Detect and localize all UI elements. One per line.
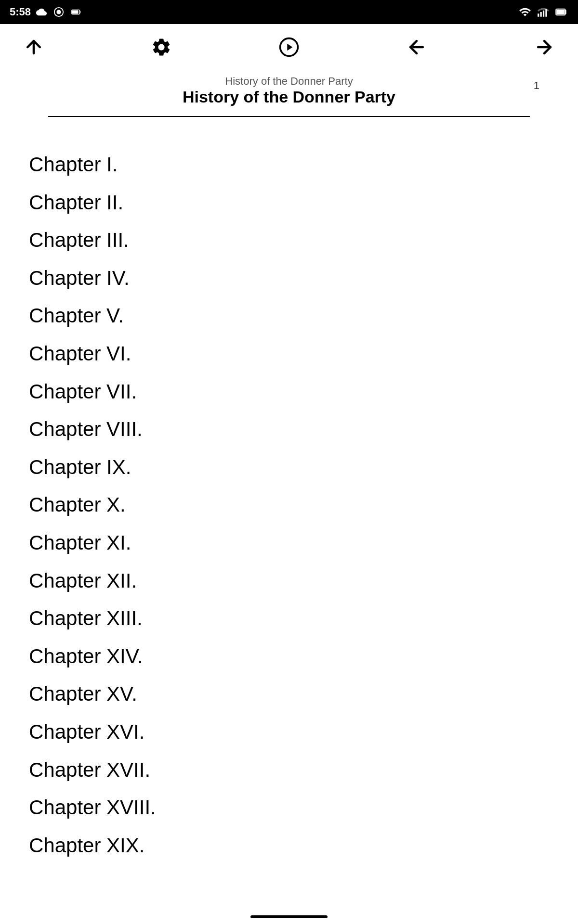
chapter-item[interactable]: Chapter XII. [29, 562, 549, 600]
battery-full-icon [555, 5, 568, 19]
title-main: History of the Donner Party [67, 88, 511, 106]
title-subtitle: History of the Donner Party [67, 75, 511, 88]
title-area: History of the Donner Party History of t… [48, 70, 530, 117]
settings-button[interactable] [147, 33, 176, 62]
chapter-item[interactable]: Chapter XIX. [29, 827, 549, 865]
chapter-item[interactable]: Chapter XVIII. [29, 789, 549, 827]
status-right [518, 5, 568, 19]
chapter-item[interactable]: Chapter XI. [29, 524, 549, 562]
chapter-item[interactable]: Chapter VI. [29, 335, 549, 373]
nav-bar [0, 24, 578, 70]
chapter-item[interactable]: Chapter XVI. [29, 713, 549, 751]
chapter-item[interactable]: Chapter XV. [29, 675, 549, 713]
status-bar: 5:58 [0, 0, 578, 24]
play-button[interactable] [275, 33, 303, 62]
svg-rect-9 [556, 10, 565, 15]
svg-rect-4 [538, 13, 539, 17]
home-indicator [250, 915, 328, 918]
chapter-item[interactable]: Chapter IV. [29, 259, 549, 297]
circle-icon [52, 5, 66, 19]
chapter-item[interactable]: Chapter III. [29, 221, 549, 259]
scroll-up-button[interactable] [19, 33, 48, 62]
chapter-item[interactable]: Chapter VIII. [29, 411, 549, 449]
chapter-item[interactable]: Chapter X. [29, 486, 549, 524]
cloud-icon [35, 5, 48, 19]
chapter-item[interactable]: Chapter II. [29, 184, 549, 222]
chapter-item[interactable]: Chapter VII. [29, 373, 549, 411]
svg-rect-3 [72, 10, 79, 13]
status-left: 5:58 [10, 5, 83, 19]
time-display: 5:58 [10, 6, 31, 18]
wifi-icon [518, 5, 532, 19]
svg-rect-7 [545, 9, 547, 17]
back-button[interactable] [402, 33, 431, 62]
chapter-item[interactable]: Chapter XVII. [29, 751, 549, 789]
chapter-item[interactable]: Chapter XIII. [29, 600, 549, 638]
chapter-item[interactable]: Chapter I. [29, 146, 549, 184]
signal-icon [537, 5, 550, 19]
battery-icon [69, 5, 83, 19]
header-wrapper: 1 History of the Donner Party History of… [0, 24, 578, 117]
chapter-item[interactable]: Chapter V. [29, 297, 549, 335]
chapter-list: Chapter I.Chapter II.Chapter III.Chapter… [0, 127, 578, 884]
page-number: 1 [534, 79, 539, 92]
forward-button[interactable] [530, 33, 559, 62]
svg-rect-6 [543, 11, 544, 17]
svg-marker-12 [287, 44, 292, 51]
chapter-item[interactable]: Chapter IX. [29, 449, 549, 487]
chapter-item[interactable]: Chapter XIV. [29, 638, 549, 676]
svg-point-1 [57, 10, 60, 13]
svg-rect-5 [540, 12, 542, 17]
